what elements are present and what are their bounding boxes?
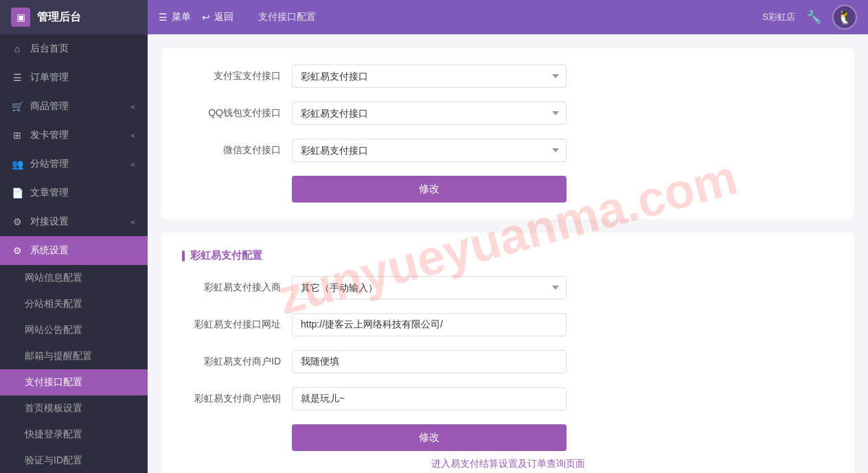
integration-icon: ⚙ [11, 216, 23, 227]
merchant-key-input[interactable] [292, 387, 567, 411]
qq-select[interactable]: 彩虹易支付接口 [292, 102, 567, 125]
back-icon: ↩ [202, 12, 210, 23]
sidebar-item-label: 发卡管理 [30, 129, 69, 141]
home-icon: ⌂ [11, 43, 23, 54]
sidebar-logo-icon: ▣ [11, 8, 30, 27]
alipay-label: 支付宝支付接口 [182, 70, 292, 82]
sidebar-item-orders[interactable]: ☰ 订单管理 [0, 63, 148, 92]
avatar[interactable]: 🐧 [832, 5, 857, 30]
sidebar-item-label: 商品管理 [30, 100, 69, 113]
sidebar-sub-label: 首页模板设置 [25, 402, 82, 415]
vendor-row: 彩虹易支付接入商 其它（手动输入） [182, 276, 834, 299]
menu-button[interactable]: ☰ 菜单 [159, 11, 191, 23]
sidebar-item-label: 文章管理 [30, 187, 69, 199]
sidebar-item-integration[interactable]: ⚙ 对接设置 ＜ [0, 207, 148, 236]
sidebar-sub-label: 网站公告配置 [25, 324, 82, 336]
sidebar-item-label: 分站管理 [30, 158, 69, 170]
main-area: ☰ 菜单 ↩ 返回 支付接口配置 S彩虹店 🔧 🐧 支付宝支付接口 彩虹易支付接… [148, 0, 868, 473]
sidebar-sub-label: 验证与ID配置 [25, 454, 82, 467]
sidebar-sub-verify-config[interactable]: 验证与ID配置 [0, 448, 148, 473]
sidebar-item-label: 后台首页 [30, 43, 69, 55]
merchant-id-input[interactable] [292, 350, 567, 373]
orders-icon: ☰ [11, 72, 23, 83]
sidebar-sub-notice-config[interactable]: 网站公告配置 [0, 317, 148, 343]
alipay-select-wrapper: 彩虹易支付接口 [292, 65, 567, 88]
section-title: 彩虹易支付配置 [182, 249, 834, 262]
url-label: 彩虹易支付接口网址 [182, 319, 292, 331]
topbar: ☰ 菜单 ↩ 返回 支付接口配置 S彩虹店 🔧 🐧 [148, 0, 868, 34]
card2-modify-button[interactable]: 修改 [292, 424, 567, 451]
sidebar-sub-label: 网站信息配置 [25, 272, 82, 284]
sidebar: ▣ 管理后台 ⌂ 后台首页 ☰ 订单管理 🛒 商品管理 ＜ ⊞ 发卡管理 ＜ 👥… [0, 0, 148, 473]
sidebar-title: 管理后台 [37, 10, 81, 25]
chevron-right-icon: ＜ [129, 102, 137, 112]
chevron-right-icon: ＜ [129, 159, 137, 170]
page-title: 支付接口配置 [258, 11, 316, 23]
merchant-id-label: 彩虹易支付商户ID [182, 356, 292, 368]
products-icon: 🛒 [11, 101, 23, 112]
back-label: 返回 [214, 11, 233, 23]
sidebar-sub-payment-config[interactable]: 支付接口配置 [0, 369, 148, 395]
sidebar-item-settings[interactable]: ⚙ 系统设置 [0, 236, 148, 265]
menu-label: 菜单 [172, 11, 191, 23]
vendor-select[interactable]: 其它（手动输入） [292, 276, 567, 299]
sidebar-item-home[interactable]: ⌂ 后台首页 [0, 34, 148, 63]
wechat-select[interactable]: 彩虹易支付接口 [292, 139, 567, 162]
sidebar-item-label: 订单管理 [30, 71, 69, 84]
articles-icon: 📄 [11, 187, 23, 198]
vendor-select-wrapper: 其它（手动输入） [292, 276, 567, 299]
url-row: 彩虹易支付接口网址 [182, 313, 834, 336]
sidebar-item-label: 对接设置 [30, 216, 69, 228]
merchant-id-row: 彩虹易支付商户ID [182, 350, 834, 373]
merchant-key-input-wrapper [292, 387, 567, 411]
sidebar-sub-site-info[interactable]: 网站信息配置 [0, 265, 148, 291]
merchant-key-label: 彩虹易支付商户密钥 [182, 393, 292, 405]
card1-modify-button[interactable]: 修改 [292, 176, 567, 203]
url-input-wrapper [292, 313, 567, 336]
qq-row: QQ钱包支付接口 彩虹易支付接口 [182, 102, 834, 125]
url-input[interactable] [292, 313, 567, 336]
chevron-right-icon: ＜ [129, 217, 137, 227]
content-area: 支付宝支付接口 彩虹易支付接口 QQ钱包支付接口 彩虹易支付接口 微信支付接口 [148, 34, 868, 473]
gear-icon[interactable]: 🔧 [806, 10, 821, 25]
sidebar-item-label: 系统设置 [30, 244, 69, 257]
wechat-label: 微信支付接口 [182, 144, 292, 157]
branch-icon: 👥 [11, 159, 23, 170]
qq-label: QQ钱包支付接口 [182, 107, 292, 119]
caihong-config-card: 彩虹易支付配置 彩虹易支付接入商 其它（手动输入） 彩虹易支付接口网址 彩虹易支… [161, 233, 854, 473]
sidebar-sub-email-config[interactable]: 邮箱与提醒配置 [0, 343, 148, 369]
sidebar-header: ▣ 管理后台 [0, 0, 148, 34]
footer-link-row: 进入易支付结算设置及订单查询页面 [182, 458, 834, 470]
sidebar-item-products[interactable]: 🛒 商品管理 ＜ [0, 92, 148, 121]
sidebar-sub-label: 分站相关配置 [25, 298, 82, 310]
back-button[interactable]: ↩ 返回 [202, 11, 233, 23]
wechat-row: 微信支付接口 彩虹易支付接口 [182, 139, 834, 162]
wechat-select-wrapper: 彩虹易支付接口 [292, 139, 567, 162]
store-label: S彩虹店 [762, 11, 795, 23]
topbar-right: S彩虹店 🔧 🐧 [762, 5, 857, 30]
sidebar-sub-label: 快捷登录配置 [25, 428, 82, 441]
alipay-select[interactable]: 彩虹易支付接口 [292, 65, 567, 88]
sidebar-item-branch[interactable]: 👥 分站管理 ＜ [0, 150, 148, 178]
payment-interface-card: 支付宝支付接口 彩虹易支付接口 QQ钱包支付接口 彩虹易支付接口 微信支付接口 [161, 48, 854, 219]
sidebar-sub-branch-config[interactable]: 分站相关配置 [0, 291, 148, 317]
payment-settings-link[interactable]: 进入易支付结算设置及订单查询页面 [431, 458, 585, 469]
sidebar-item-articles[interactable]: 📄 文章管理 [0, 178, 148, 207]
sidebar-sub-template-config[interactable]: 首页模板设置 [0, 395, 148, 422]
sidebar-sub-login-config[interactable]: 快捷登录配置 [0, 422, 148, 448]
sidebar-item-cards[interactable]: ⊞ 发卡管理 ＜ [0, 121, 148, 150]
qq-select-wrapper: 彩虹易支付接口 [292, 102, 567, 125]
merchant-key-row: 彩虹易支付商户密钥 [182, 387, 834, 411]
vendor-label: 彩虹易支付接入商 [182, 281, 292, 294]
chevron-right-icon: ＜ [129, 130, 137, 141]
cards-icon: ⊞ [11, 130, 23, 141]
settings-icon: ⚙ [11, 245, 23, 256]
menu-icon: ☰ [159, 12, 168, 23]
merchant-id-input-wrapper [292, 350, 567, 373]
sidebar-sub-label: 支付接口配置 [25, 376, 82, 389]
alipay-row: 支付宝支付接口 彩虹易支付接口 [182, 65, 834, 88]
sidebar-sub-label: 邮箱与提醒配置 [25, 350, 92, 362]
